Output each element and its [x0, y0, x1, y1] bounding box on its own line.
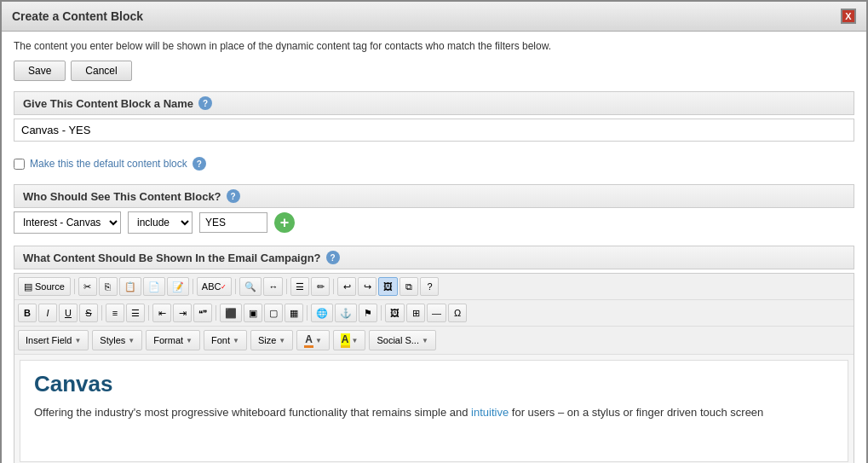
- social-dropdown[interactable]: Social S... ▼: [369, 330, 435, 350]
- size-label: Size: [258, 335, 276, 345]
- link-button[interactable]: 🌐: [311, 304, 333, 322]
- align-left-button[interactable]: ⬛: [220, 304, 242, 322]
- filter-row: Interest - Canvas Interest Canvas Source…: [14, 211, 854, 234]
- toolbar-separator-5: [333, 279, 334, 294]
- filter-help-icon[interactable]: ?: [227, 189, 240, 203]
- insert-field-arrow: ▼: [74, 337, 81, 344]
- filter-operator-select[interactable]: include exclude: [128, 211, 193, 234]
- copy2-button[interactable]: ⧉: [400, 277, 418, 296]
- name-help-icon[interactable]: ?: [198, 96, 212, 110]
- filter-section-label: Who Should See This Content Block?: [23, 190, 221, 203]
- filter-field-select[interactable]: Interest - Canvas Interest Canvas Source: [14, 211, 121, 234]
- font-color-arrow: ▼: [315, 337, 322, 344]
- highlight-color-arrow: ▼: [352, 337, 359, 344]
- format-arrow: ▼: [186, 337, 193, 344]
- toolbar-separator-8: [216, 305, 216, 321]
- font-color-dropdown[interactable]: A ▼: [296, 330, 330, 350]
- special-char-button[interactable]: Ω: [448, 304, 467, 322]
- italic-button[interactable]: I: [38, 304, 57, 322]
- highlight-color-icon: A: [341, 333, 350, 348]
- insert-image-button[interactable]: 🖼: [385, 304, 405, 322]
- paste-word-button[interactable]: 📝: [167, 277, 189, 296]
- editor-content-area[interactable]: Canvas Offering the industry's most prog…: [20, 360, 848, 462]
- dialog-header: Create a Content Block X: [2, 2, 866, 32]
- bold-button[interactable]: B: [18, 304, 37, 322]
- styles-dropdown[interactable]: Styles ▼: [92, 330, 142, 350]
- close-button[interactable]: X: [841, 9, 856, 24]
- toolbar-separator-9: [307, 305, 308, 321]
- default-label: Make this the default content block: [30, 158, 187, 170]
- filter-value-input[interactable]: [199, 212, 267, 233]
- content-section-bar: What Content Should Be Shown In the Emai…: [14, 246, 854, 269]
- source-label: Source: [35, 281, 65, 292]
- table-button[interactable]: ⊞: [406, 304, 425, 322]
- styles-label: Styles: [100, 335, 125, 345]
- size-dropdown[interactable]: Size ▼: [250, 330, 293, 350]
- description-text: The content you enter below will be show…: [14, 40, 854, 52]
- font-dropdown[interactable]: Font ▼: [204, 330, 247, 350]
- insert-field-dropdown[interactable]: Insert Field ▼: [18, 330, 89, 350]
- social-arrow: ▼: [422, 337, 428, 344]
- save-button[interactable]: Save: [14, 61, 66, 81]
- content-heading: Canvas: [34, 371, 834, 397]
- name-section-label: Give This Content Block a Name: [23, 97, 193, 110]
- underline-button[interactable]: U: [59, 304, 78, 322]
- italic-icon: I: [46, 308, 49, 318]
- blockquote-button[interactable]: ❝❞: [193, 304, 212, 322]
- toolbar-separator-3: [235, 279, 236, 294]
- content-block-name-input[interactable]: [14, 119, 854, 142]
- font-arrow: ▼: [233, 337, 239, 344]
- replace-button[interactable]: ↔: [263, 277, 283, 296]
- dialog-title: Create a Content Block: [12, 9, 143, 23]
- image-button[interactable]: 🖼: [378, 277, 398, 296]
- content-help-icon[interactable]: ?: [326, 251, 340, 264]
- select-all-button[interactable]: ☰: [290, 277, 309, 296]
- spell-check-button[interactable]: ABC✓: [197, 277, 233, 296]
- highlight-text: intuitive: [471, 406, 509, 419]
- cut-button[interactable]: ✂: [78, 277, 97, 296]
- help-button[interactable]: ?: [420, 277, 439, 296]
- decrease-indent-button[interactable]: ⇤: [152, 304, 171, 322]
- cancel-button[interactable]: Cancel: [71, 61, 131, 81]
- strikethrough-button[interactable]: S: [79, 304, 98, 322]
- default-checkbox[interactable]: [14, 159, 25, 170]
- default-help-icon[interactable]: ?: [193, 157, 206, 171]
- format-dropdown[interactable]: Format ▼: [146, 330, 200, 350]
- toolbar-row-1: ▤ Source ✂ ⎘ 📋 📄 📝 ABC✓ 🔍 ↔ ☰ ✏ ↩ ↪: [14, 274, 854, 300]
- align-center-button[interactable]: ▣: [244, 304, 262, 322]
- increase-indent-button[interactable]: ⇥: [173, 304, 192, 322]
- default-row: Make this the default content block ?: [14, 152, 854, 176]
- copy-button[interactable]: ⎘: [99, 277, 118, 296]
- dialog-body: The content you enter below will be show…: [2, 32, 866, 463]
- paste-button[interactable]: 📋: [119, 277, 141, 296]
- undo-button[interactable]: ↩: [337, 277, 356, 296]
- paste-text-button[interactable]: 📄: [143, 277, 165, 296]
- toolbar-separator-1: [74, 279, 75, 294]
- justify-button[interactable]: ▦: [285, 304, 303, 322]
- underline-icon: U: [65, 308, 72, 318]
- content-section-label: What Content Should Be Shown In the Emai…: [23, 252, 321, 264]
- flag-button[interactable]: ⚑: [359, 304, 377, 322]
- styles-arrow: ▼: [128, 337, 135, 344]
- bold-icon: B: [24, 308, 31, 318]
- insert-field-label: Insert Field: [26, 335, 72, 345]
- action-buttons-row: Save Cancel: [14, 61, 854, 81]
- toolbar-separator-7: [148, 305, 149, 321]
- ordered-list-button[interactable]: ≡: [106, 304, 124, 322]
- strikethrough-icon: S: [85, 308, 91, 318]
- size-arrow: ▼: [279, 337, 285, 344]
- source-button[interactable]: ▤ Source: [18, 277, 71, 296]
- anchor-button[interactable]: ⚓: [335, 304, 357, 322]
- redo-button[interactable]: ↪: [358, 277, 377, 296]
- unordered-list-button[interactable]: ☰: [126, 304, 145, 322]
- find-button[interactable]: 🔍: [239, 277, 262, 296]
- toolbar-separator-10: [381, 305, 382, 321]
- toolbar-separator-2: [193, 279, 193, 294]
- highlight-color-dropdown[interactable]: A ▼: [333, 330, 366, 350]
- add-filter-button[interactable]: +: [274, 212, 295, 233]
- align-right-button[interactable]: ▢: [264, 304, 283, 322]
- toolbar-separator-6: [101, 305, 102, 321]
- toolbar-row-2: B I U S ≡ ☰ ⇤ ⇥ ❝❞ ⬛ ▣ ▢ ▦ 🌐 ⚓ ⚑: [14, 300, 854, 327]
- unlink-button[interactable]: ✏: [311, 277, 330, 296]
- hr-button[interactable]: —: [427, 304, 446, 322]
